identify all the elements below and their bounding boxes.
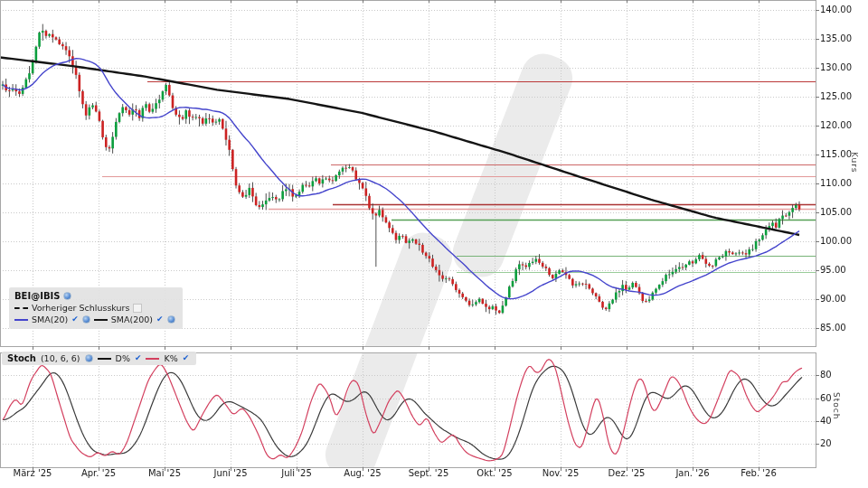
stoch-title: Stoch bbox=[7, 353, 36, 363]
stoch-axis-label: 40 bbox=[820, 416, 832, 426]
sma20-line-sample bbox=[14, 319, 28, 321]
stoch-axis-label: 80 bbox=[820, 370, 832, 380]
price-axis-label: 90.00 bbox=[820, 294, 846, 304]
k-line-sample bbox=[146, 358, 159, 360]
price-axis-label: 85.00 bbox=[820, 323, 846, 333]
prev-close-label: Vorheriger Schlusskurs bbox=[32, 303, 129, 313]
month-axis-label: Dez. '25 bbox=[598, 468, 656, 478]
month-axis-label: Jan. '26 bbox=[664, 468, 722, 478]
price-axis-label: 120.00 bbox=[820, 120, 852, 130]
globe-icon[interactable] bbox=[85, 354, 93, 362]
d-label: D% bbox=[116, 353, 130, 363]
month-axis-label: Juli '25 bbox=[268, 468, 326, 478]
d-line-sample bbox=[98, 358, 111, 360]
stoch-legend: Stoch (10, 6, 6) D% ✔ K% ✔ bbox=[2, 352, 196, 365]
k-label: K% bbox=[164, 353, 177, 363]
sma20-label: SMA(20) bbox=[32, 314, 68, 324]
price-axis-label: 135.00 bbox=[820, 33, 852, 43]
sma20-check-icon[interactable]: ✔ bbox=[71, 315, 79, 324]
instrument-title: BEI@IBIS bbox=[14, 291, 60, 301]
prev-close-checkbox[interactable] bbox=[133, 304, 142, 313]
stoch-axis-title: Stoch bbox=[832, 392, 841, 419]
price-axis-label: 130.00 bbox=[820, 62, 852, 72]
prev-close-line-sample bbox=[14, 307, 28, 309]
month-axis-label: Nov. '25 bbox=[532, 468, 590, 478]
month-axis-label: Juni '25 bbox=[202, 468, 259, 478]
price-legend: BEI@IBIS Vorheriger Schlusskurs SMA(20) … bbox=[9, 287, 183, 329]
sma200-line-sample bbox=[94, 319, 108, 321]
stoch-axis-label: 20 bbox=[820, 438, 832, 448]
price-axis-label: 115.00 bbox=[820, 149, 852, 159]
sma200-check-icon[interactable]: ✔ bbox=[156, 315, 164, 324]
month-axis-label: Okt. '25 bbox=[466, 468, 524, 478]
month-axis-label: Sept. '25 bbox=[400, 468, 458, 478]
stoch-params: (10, 6, 6) bbox=[41, 353, 80, 363]
stoch-axis-label: 60 bbox=[820, 393, 832, 403]
sma200-label: SMA(200) bbox=[111, 314, 153, 324]
price-axis-label: 95.00 bbox=[820, 265, 846, 275]
price-axis-title: Kurs bbox=[850, 152, 859, 174]
month-axis-label: Mai '25 bbox=[136, 468, 193, 478]
globe-icon[interactable] bbox=[63, 292, 71, 300]
price-axis-label: 140.00 bbox=[820, 5, 852, 14]
month-axis-label: Feb. '26 bbox=[730, 468, 788, 478]
chart-canvas[interactable] bbox=[0, 0, 868, 488]
price-axis-label: 125.00 bbox=[820, 91, 852, 101]
price-axis-label: 100.00 bbox=[820, 236, 852, 246]
month-axis-label: Aug. '25 bbox=[334, 468, 392, 478]
stock-chart-app: 140.00135.00130.00125.00120.00115.00110.… bbox=[0, 0, 868, 488]
price-axis-label: 110.00 bbox=[820, 178, 852, 188]
month-axis-label: Apr. '25 bbox=[70, 468, 127, 478]
k-check-icon[interactable]: ✔ bbox=[183, 354, 190, 362]
price-axis-label: 105.00 bbox=[820, 207, 852, 217]
globe-icon[interactable] bbox=[167, 315, 175, 324]
globe-icon[interactable] bbox=[82, 315, 90, 324]
month-axis-label: März '25 bbox=[4, 468, 61, 478]
d-check-icon[interactable]: ✔ bbox=[135, 354, 142, 362]
